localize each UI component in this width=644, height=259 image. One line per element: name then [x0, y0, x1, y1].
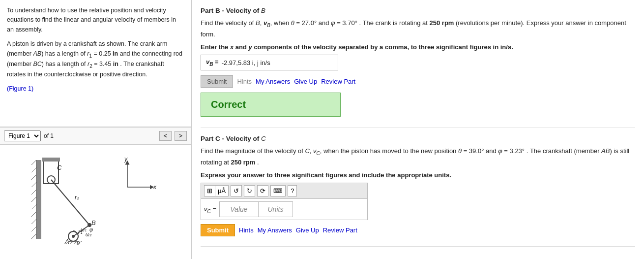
- part-c-units-input[interactable]: Units: [259, 201, 293, 217]
- mu-button[interactable]: μÅ: [215, 186, 228, 196]
- part-c-title: Part C - Velocity of C: [201, 135, 635, 142]
- part-c-hints-button[interactable]: Hints: [239, 227, 254, 234]
- svg-line-8: [31, 204, 36, 209]
- math-toolbar: ⊞ μÅ ↺ ↻ ⟳ ⌨ ?: [201, 183, 368, 198]
- part-b-description: Find the velocity of B, vB, when θ = 27.…: [201, 18, 635, 39]
- undo-button[interactable]: ↺: [231, 185, 242, 196]
- svg-line-3: [31, 167, 36, 172]
- problem-description: To understand how to use the relative po…: [0, 0, 191, 127]
- svg-line-6: [31, 190, 36, 194]
- svg-line-11: [31, 227, 36, 231]
- part-c-value-placeholder: Value: [230, 205, 247, 213]
- part-c-submit-button[interactable]: Submit: [201, 224, 235, 236]
- figure-select[interactable]: Figure 1: [4, 130, 41, 141]
- svg-text:C: C: [57, 164, 62, 171]
- svg-line-12: [31, 234, 36, 239]
- svg-line-5: [31, 182, 36, 187]
- part-b-correct-text: Correct: [211, 99, 246, 110]
- part-b-submit-button[interactable]: Submit: [201, 75, 233, 88]
- part-c-section: Part C - Velocity of C Find the magnitud…: [201, 128, 635, 247]
- help-icon: ?: [291, 187, 294, 194]
- svg-line-27: [51, 180, 89, 225]
- part-b-answer-box: vB = -2.97,5.83 i, j in/s: [201, 55, 338, 70]
- svg-text:φ: φ: [89, 227, 93, 232]
- svg-text:B: B: [91, 219, 96, 227]
- part-b-section: Part B - Velocity of B Find the velocity…: [201, 0, 635, 128]
- part-c-instruction: Express your answer to three significant…: [201, 171, 635, 179]
- svg-text:x: x: [153, 184, 157, 191]
- part-b-answer-label: vB =: [206, 58, 219, 67]
- part-b-title: Part B - Velocity of B: [201, 7, 635, 14]
- grid-icon-button[interactable]: ⊞: [205, 186, 215, 196]
- figure-of: of 1: [44, 132, 54, 139]
- svg-line-2: [31, 160, 36, 165]
- figure-link[interactable]: (Figure 1): [7, 84, 184, 94]
- undo-icon: ↺: [234, 187, 239, 194]
- description-1: To understand how to use the relative po…: [7, 6, 184, 34]
- svg-text:y: y: [124, 156, 128, 162]
- part-b-instruction: Enter the x and y components of the velo…: [201, 43, 635, 51]
- keyboard-button[interactable]: ⌨: [270, 185, 286, 196]
- part-b-my-answers-button[interactable]: My Answers: [256, 78, 290, 85]
- help-button[interactable]: ?: [288, 185, 297, 196]
- prev-figure-button[interactable]: <: [159, 131, 172, 141]
- grid-icon: ⊞: [207, 187, 212, 194]
- figure-area: C x y A B: [0, 145, 191, 259]
- left-panel: To understand how to use the relative po…: [0, 0, 192, 259]
- svg-text:r₂: r₂: [75, 194, 80, 201]
- svg-line-4: [31, 175, 36, 180]
- part-b-answer-value: -2.97,5.83 i, j in/s: [222, 59, 270, 66]
- part-c-give-up-button[interactable]: Give Up: [296, 227, 319, 234]
- part-c-value-input[interactable]: Value: [219, 201, 259, 217]
- description-2: A piston is driven by a crankshaft as sh…: [7, 39, 184, 79]
- mu-icon: μÅ: [218, 187, 226, 194]
- svg-line-7: [31, 197, 36, 202]
- part-b-review-part-button[interactable]: Review Part: [321, 78, 355, 85]
- part-b-give-up-button[interactable]: Give Up: [294, 78, 317, 85]
- figure-diagram: C x y A B: [31, 145, 159, 259]
- part-b-hints-label: Hints: [237, 78, 252, 85]
- svg-rect-0: [36, 160, 41, 239]
- svg-text:ω₂: ω₂: [86, 232, 92, 237]
- refresh-icon: ⟳: [260, 187, 265, 194]
- svg-rect-14: [42, 158, 60, 162]
- part-c-review-part-button[interactable]: Review Part: [323, 227, 357, 234]
- math-input-row: vC = Value Units: [201, 198, 368, 220]
- refresh-button[interactable]: ⟳: [257, 185, 268, 196]
- redo-button[interactable]: ↻: [244, 185, 255, 196]
- figure-selector-row: Figure 1 of 1 < >: [0, 127, 191, 145]
- part-c-my-answers-button[interactable]: My Answers: [258, 227, 292, 234]
- part-c-units-placeholder: Units: [268, 205, 284, 213]
- part-b-correct-box: Correct: [201, 93, 341, 117]
- part-c-description: Find the magnitude of the velocity of C,…: [201, 146, 635, 167]
- right-panel: Part B - Velocity of B Find the velocity…: [192, 0, 644, 259]
- svg-line-9: [31, 212, 36, 217]
- part-c-answer-label: vC =: [204, 205, 216, 214]
- part-c-toolbar: Submit Hints My Answers Give Up Review P…: [201, 224, 635, 236]
- keyboard-icon: ⌨: [273, 187, 283, 194]
- next-figure-button[interactable]: >: [175, 131, 187, 141]
- grid-mu-group: ⊞ μÅ: [204, 185, 229, 196]
- redo-icon: ↻: [247, 187, 252, 194]
- svg-line-10: [31, 219, 36, 224]
- part-b-toolbar: Submit Hints My Answers Give Up Review P…: [201, 75, 635, 88]
